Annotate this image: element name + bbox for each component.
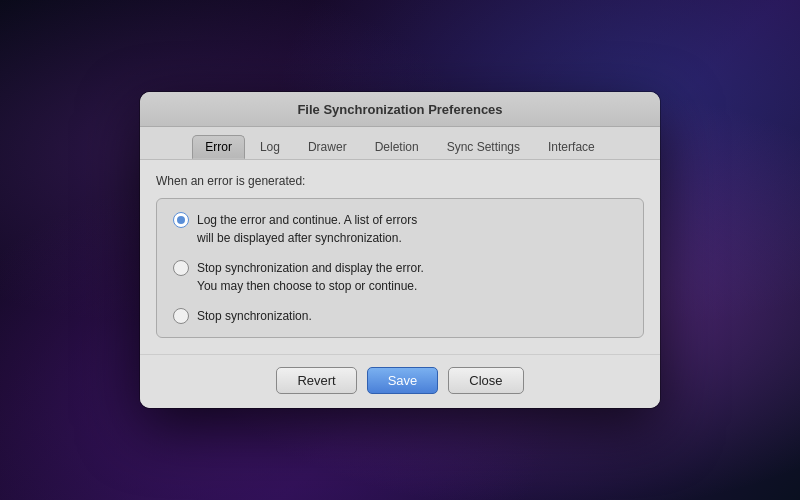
option-1-text: Log the error and continue. A list of er… (197, 211, 417, 247)
dialog-title: File Synchronization Preferences (297, 102, 502, 117)
tab-drawer[interactable]: Drawer (295, 135, 360, 159)
content-area: When an error is generated: Log the erro… (140, 160, 660, 354)
option-2-text: Stop synchronization and display the err… (197, 259, 424, 295)
preferences-dialog: File Synchronization Preferences Error L… (140, 92, 660, 408)
titlebar: File Synchronization Preferences (140, 92, 660, 127)
radio-option-2[interactable]: Stop synchronization and display the err… (173, 259, 627, 295)
section-label: When an error is generated: (156, 174, 644, 188)
radio-button-1[interactable] (173, 212, 189, 228)
options-box: Log the error and continue. A list of er… (156, 198, 644, 338)
close-button[interactable]: Close (448, 367, 523, 394)
tab-log[interactable]: Log (247, 135, 293, 159)
radio-button-2[interactable] (173, 260, 189, 276)
tab-interface[interactable]: Interface (535, 135, 608, 159)
tab-error[interactable]: Error (192, 135, 245, 159)
bottom-bar: Revert Save Close (140, 354, 660, 408)
revert-button[interactable]: Revert (276, 367, 356, 394)
option-3-text: Stop synchronization. (197, 307, 312, 325)
save-button[interactable]: Save (367, 367, 439, 394)
radio-button-3[interactable] (173, 308, 189, 324)
radio-option-3[interactable]: Stop synchronization. (173, 307, 627, 325)
tab-deletion[interactable]: Deletion (362, 135, 432, 159)
tab-bar: Error Log Drawer Deletion Sync Settings … (140, 127, 660, 160)
radio-option-1[interactable]: Log the error and continue. A list of er… (173, 211, 627, 247)
tab-sync-settings[interactable]: Sync Settings (434, 135, 533, 159)
